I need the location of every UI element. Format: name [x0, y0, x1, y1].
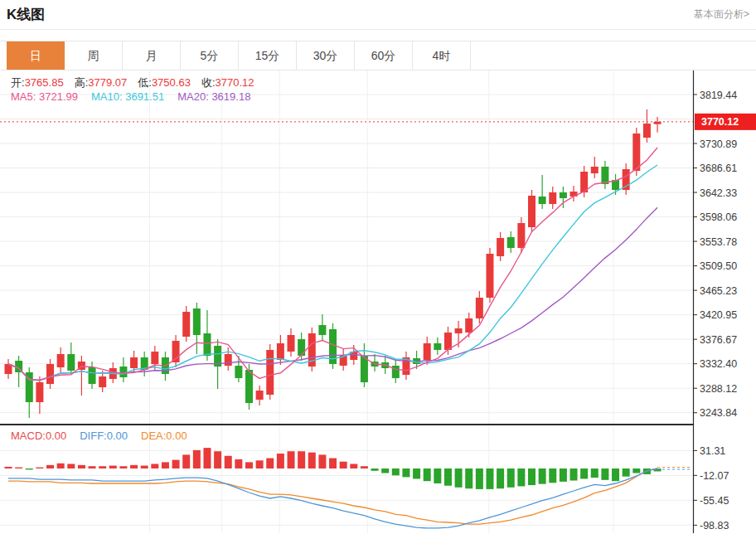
panel-header: K线图 基本面分析> [0, 0, 756, 30]
svg-text:3420.95: 3420.95 [700, 309, 737, 321]
period-tab-6[interactable]: 30分 [297, 41, 355, 70]
svg-text:3332.40: 3332.40 [700, 358, 737, 370]
svg-text:-55.45: -55.45 [700, 495, 729, 507]
svg-text:3243.84: 3243.84 [700, 407, 737, 419]
svg-text:3376.67: 3376.67 [700, 334, 737, 346]
period-tab-8[interactable]: 4时 [413, 41, 471, 70]
period-tab-3[interactable]: 月 [123, 41, 181, 70]
svg-text:3686.61: 3686.61 [700, 163, 737, 174]
fundamental-analysis-link[interactable]: 基本面分析> [694, 7, 749, 22]
svg-text:3553.78: 3553.78 [700, 236, 737, 248]
svg-text:3288.12: 3288.12 [700, 383, 737, 395]
period-tab-2[interactable]: 周 [65, 41, 123, 70]
page-title: K线图 [7, 5, 45, 24]
svg-text:3465.23: 3465.23 [700, 285, 737, 297]
svg-text:3598.06: 3598.06 [700, 211, 737, 223]
candles-layer [5, 109, 662, 418]
period-tab-5[interactable]: 15分 [239, 41, 297, 70]
svg-text:3819.44: 3819.44 [700, 90, 737, 101]
svg-text:3770.12: 3770.12 [701, 116, 739, 128]
kline-chart[interactable]: 3819.443730.893686.613642.333598.063553.… [0, 70, 756, 533]
period-tab-1[interactable]: 日 [7, 41, 65, 70]
period-tab-4[interactable]: 5分 [181, 41, 239, 70]
macd-axis-labels: 31.31-12.07-55.45-98.83 [693, 445, 729, 532]
svg-text:3642.33: 3642.33 [700, 187, 737, 199]
svg-text:-98.83: -98.83 [700, 520, 729, 532]
svg-text:3509.50: 3509.50 [700, 260, 737, 272]
svg-text:-12.07: -12.07 [700, 470, 729, 482]
chart-area: 3819.443730.893686.613642.333598.063553.… [0, 70, 756, 533]
price-axis-labels: 3819.443730.893686.613642.333598.063553.… [693, 90, 737, 420]
current-price-badge: 3770.12 [695, 114, 756, 130]
svg-text:31.31: 31.31 [700, 445, 725, 457]
svg-text:3730.89: 3730.89 [700, 138, 737, 150]
period-tab-7[interactable]: 60分 [355, 41, 413, 70]
period-tabbar: 日周月5分15分30分60分4时 [0, 41, 756, 70]
